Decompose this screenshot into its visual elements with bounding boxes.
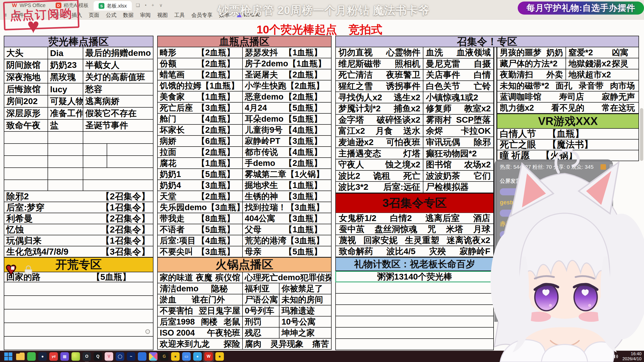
sheet-cell[interactable]: 拉面 【2血瓶】	[158, 147, 243, 157]
sheet-cell[interactable]: 小学生快跑 【2血瓶】	[243, 80, 331, 91]
sheet-cell[interactable]: 深夜拖地	[4, 71, 48, 83]
table-row[interactable]: 玩偶归来 【1召集令】	[4, 235, 153, 246]
sheet-cell[interactable]: 父母 【1血瓶】	[243, 224, 331, 235]
sheet-cell[interactable]: 盐	[48, 120, 83, 131]
sheet-cell[interactable]: 雾雨村SCP堕落	[423, 115, 493, 125]
sheet-cell[interactable]: 后悔旅馆	[4, 83, 48, 95]
sheet-cell[interactable]: 凯力德x2看不见的常在这玩	[497, 103, 638, 113]
sheet-cell[interactable]: 找到拉瑞！ 【3血瓶】	[243, 202, 331, 213]
gift-counter-value selected-cell[interactable]: 粥粥13140个荧光棒	[335, 271, 494, 282]
sheet-cell[interactable]: 半截女人	[83, 59, 153, 71]
sheet-cell[interactable]: 修复师教室x2	[423, 103, 493, 114]
table-row[interactable]	[4, 144, 153, 156]
taskbar-app-icon[interactable]: ▦	[60, 352, 69, 361]
taskbar-app-icon[interactable]	[149, 352, 157, 361]
sheet-cell[interactable]: 带我走 【8血瓶】	[158, 213, 243, 224]
menu-item[interactable]: 数据	[123, 12, 134, 19]
sheet-cell[interactable]: 房间202	[4, 96, 48, 107]
sheet-cell[interactable]: 藏尸体的方法*2	[497, 58, 566, 69]
table-row[interactable]	[335, 282, 494, 294]
menu-item[interactable]: 工具	[174, 12, 185, 19]
menu-item[interactable]: 公式	[106, 12, 116, 19]
sheet-cell[interactable]: 恶意demo 【2血瓶】	[243, 92, 331, 102]
sheet-cell[interactable]: 腐肉灵异现象痛苦	[243, 339, 331, 349]
vr-section-header[interactable]: VR游戏XXX	[497, 114, 639, 129]
hotpot-section-header[interactable]: 火锅点播区	[157, 257, 332, 272]
table-row[interactable]: 白情人节 【血瓶】	[497, 129, 639, 140]
sheet-cell[interactable]: 猩红之雪诱拐事件	[336, 81, 423, 92]
sheet-cell[interactable]: 波比3*2后室:远征	[336, 182, 423, 193]
taskbar-app-icon[interactable]: ◯	[116, 352, 124, 361]
taskbar-app-icon[interactable]: yd	[49, 352, 58, 361]
sheet-cell[interactable]: 耳朵demo 【5血瓶】	[243, 114, 331, 124]
sheet-cell[interactable]: lucy	[48, 83, 83, 95]
sheet-cell[interactable]: 金字塔破碎怪谈x2	[336, 115, 423, 125]
sheet-cell[interactable]: 荒芜的港湾 【3血瓶】	[243, 235, 331, 246]
sheet-cell[interactable]: 天堂 【2血瓶】	[158, 191, 243, 202]
sheet-cell[interactable]: 玛雅遗迹	[279, 305, 331, 316]
sheet-cell[interactable]: 淤血谁在门外	[158, 294, 243, 305]
table-row[interactable]: 利希曼 【2召集令】	[4, 213, 153, 224]
sheet-cell[interactable]: 地狱超市x2	[566, 69, 638, 80]
tab-control-icon[interactable]: +	[151, 3, 154, 8]
sheet-cell[interactable]: 10号公寓	[279, 316, 331, 327]
sheet-cell[interactable]: 白色关节亡铃	[423, 81, 493, 92]
sheet-cell[interactable]: Dia	[48, 47, 83, 59]
sheet-cell[interactable]: ISO 2004午夜轮班	[158, 328, 243, 338]
sheet-cell[interactable]: 舱门 【4血瓶】	[158, 114, 243, 124]
taskbar-app-icon[interactable]: ●	[193, 352, 202, 361]
sheet-cell[interactable]: 清洁demo隐秘	[158, 283, 243, 294]
glowstick-section-header[interactable]: 荧光棒点播区	[4, 36, 153, 47]
sheet-cell[interactable]: 麦迪逊x2可怕夜班	[336, 137, 423, 148]
taskbar-app-icon[interactable]: ▭	[182, 352, 191, 361]
sheet-cell[interactable]: 生锈的神 【3血瓶】	[243, 191, 331, 202]
tab-control-icon[interactable]: •	[145, 3, 146, 8]
menu-item[interactable]: 页面	[89, 12, 99, 19]
sheet-cell[interactable]: 曼尼克雷自摄	[423, 59, 493, 69]
sheet-cell[interactable]: 富江x2月食送水	[336, 126, 423, 137]
sheet-cell[interactable]: 夜勤清扫外卖	[497, 69, 566, 80]
table-row[interactable]	[335, 294, 494, 305]
sheet-cell[interactable]: 假装它不存在	[83, 108, 153, 119]
sheet-cell[interactable]: 男孩的噩梦奶奶	[497, 47, 566, 58]
sheet-cell[interactable]: 未知的磁带*2面孔录音带肉市场	[497, 80, 638, 91]
tab-control-icon[interactable]: ∨	[159, 3, 163, 8]
sheet-cell[interactable]: 可疑人物	[48, 96, 83, 107]
sheet-cell[interactable]: 后室:项目 【4血瓶】	[158, 235, 243, 246]
sheet-cell[interactable]: 母亲 【5血瓶】	[243, 246, 331, 257]
summon3-section-header[interactable]: 3召集令专区	[335, 193, 494, 213]
sheet-cell[interactable]: 残忍	[243, 328, 279, 338]
sheet-cell[interactable]: 梦魇计划*2捕鱼x2	[336, 103, 423, 114]
sheet-cell[interactable]: 未知的房间	[279, 294, 331, 305]
taskbar-app-icon[interactable]	[71, 352, 80, 361]
sheet-cell[interactable]: 窒爱*2凶寓	[566, 47, 638, 58]
sheet-cell[interactable]: 蜡笔画 【2血瓶】	[158, 69, 243, 80]
table-row[interactable]	[4, 282, 153, 296]
sheet-cell[interactable]: 守夜人蚀之境x2	[336, 159, 423, 170]
table-row[interactable]	[4, 168, 153, 180]
sheet-cell[interactable]: 后室1998阁楼老鼠	[158, 316, 243, 327]
sheet-cell[interactable]: 关灯的高薪值班	[83, 71, 153, 83]
sheet-cell[interactable]: 儿童街9号 【4血瓶】	[243, 125, 331, 135]
sheet-cell[interactable]: 坤坤之家	[279, 328, 331, 338]
sheet-cell[interactable]: 0号列车	[243, 305, 279, 316]
sheet-cell[interactable]: 家的味道夜魔殡仪馆	[158, 272, 243, 283]
menu-item[interactable]: 视图	[157, 12, 168, 19]
table-row[interactable]	[4, 132, 153, 144]
sheet-cell[interactable]: 病娇 【6血瓶】	[158, 136, 243, 146]
sheet-cell[interactable]: 蓝调咖啡馆寿司店寂静无声	[497, 92, 638, 102]
taskbar-app-icon[interactable]: ●	[38, 352, 47, 361]
sheet-cell[interactable]: 圣诞屠夫 【2血瓶】	[243, 69, 331, 80]
sheet-cell[interactable]: 主播遇变态灯塔	[336, 148, 423, 159]
table-row[interactable]	[335, 305, 494, 316]
document-tab[interactable]: S 老板.xlsx	[94, 1, 132, 11]
sheet-cell[interactable]: 波比2诡租死亡	[336, 171, 423, 182]
sheet-cell[interactable]: 关店事件白情	[423, 70, 493, 80]
table-row[interactable]: 后室:梦穿 【1召集令】	[4, 202, 153, 213]
summon-section-header[interactable]: 召集令！专区	[335, 36, 639, 47]
sheet-cell[interactable]: 大头	[4, 47, 48, 59]
table-row[interactable]: 蚕中茧盘丝洞惊魂咒米塔月球	[335, 224, 494, 235]
sheet-cell[interactable]: 奶奶23	[48, 59, 83, 71]
sheet-cell[interactable]: 尸语公寓	[243, 294, 279, 305]
sheet-cell[interactable]: 坏家长 【2血瓶】	[158, 125, 243, 135]
